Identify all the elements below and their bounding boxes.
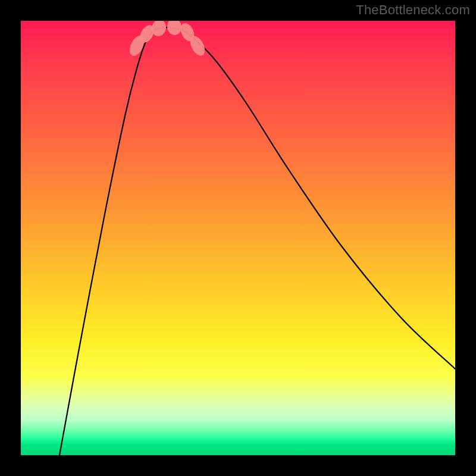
- curve-markers: [127, 21, 208, 58]
- chart-plot-area: [21, 21, 455, 455]
- bottleneck-curve: [60, 27, 455, 455]
- curve-marker: [166, 21, 183, 36]
- chart-svg: [21, 21, 455, 455]
- chart-frame: TheBottleneck.com: [0, 0, 476, 476]
- watermark-text: TheBottleneck.com: [356, 2, 470, 18]
